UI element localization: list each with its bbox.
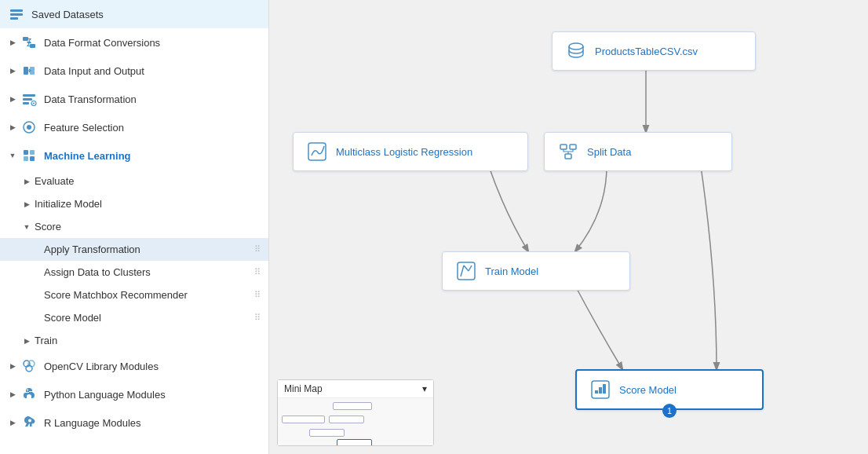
regression-icon xyxy=(306,141,328,163)
sidebar-item-label: R Language Modules xyxy=(44,417,141,429)
node-train-model[interactable]: Train Model xyxy=(442,251,630,291)
minimap-dropdown-icon[interactable]: ▾ xyxy=(422,383,427,394)
expand-arrow-icon: ▶ xyxy=(22,177,31,186)
sidebar-item-apply-transformation[interactable]: Apply Transformation ⠿ xyxy=(0,238,268,261)
svg-rect-14 xyxy=(30,150,35,155)
dataset-icon xyxy=(8,5,25,23)
sidebar-item-assign-data-clusters[interactable]: Assign Data to Clusters ⠿ xyxy=(0,261,268,284)
sidebar-item-label: Score Matchbox Recommender xyxy=(44,289,188,301)
expand-arrow-icon: ▶ xyxy=(8,94,17,104)
sidebar-item-evaluate[interactable]: ▶ Evaluate xyxy=(0,170,268,192)
node-label: Train Model xyxy=(485,265,538,277)
opencv-icon xyxy=(20,357,38,375)
sidebar-item-label: Evaluate xyxy=(35,175,75,187)
sidebar-item-data-format-conversions[interactable]: ▶ Data Format Conversions xyxy=(0,28,268,57)
node-label: Split Data xyxy=(587,146,631,158)
canvas-area[interactable]: ProductsTableCSV.csv Split Data Multicla… xyxy=(269,0,868,454)
node-score-model[interactable]: Score Model 1 xyxy=(575,369,764,410)
svg-point-12 xyxy=(27,125,31,130)
minimap-node-multiclass xyxy=(282,416,325,423)
expand-arrow-down-icon: ▼ xyxy=(8,151,17,160)
minimap-label: Mini Map xyxy=(284,383,323,394)
conversion-icon xyxy=(20,34,38,51)
sidebar-item-train[interactable]: ▶ Train xyxy=(0,329,268,352)
sidebar-item-label: Score xyxy=(35,221,61,232)
expand-arrow-icon: ▶ xyxy=(8,38,17,47)
node-label: ProductsTableCSV.csv xyxy=(595,46,698,57)
sidebar-item-label: Python Language Modules xyxy=(44,389,166,401)
sidebar-item-label: Train xyxy=(35,335,57,346)
db-icon xyxy=(565,40,587,62)
score-icon xyxy=(589,379,611,401)
score-badge: 1 xyxy=(662,404,677,418)
svg-point-29 xyxy=(569,43,583,49)
svg-rect-4 xyxy=(30,44,35,48)
sidebar: Saved Datasets ▶ Data Format Conversions… xyxy=(0,0,269,454)
drag-handle-icon: ⠿ xyxy=(254,267,261,277)
minimap-node-split xyxy=(329,416,364,423)
sidebar-item-label: Apply Transformation xyxy=(44,243,140,255)
node-multiclass-logistic[interactable]: Multiclass Logistic Regression xyxy=(293,132,528,171)
minimap-body xyxy=(278,398,433,445)
svg-rect-13 xyxy=(24,150,28,155)
minimap-node-products xyxy=(333,402,372,410)
svg-rect-30 xyxy=(560,145,567,149)
sidebar-item-label: Score Model xyxy=(44,312,101,324)
sidebar-item-label: OpenCV Library Modules xyxy=(44,361,159,372)
sidebar-item-score-matchbox[interactable]: Score Matchbox Recommender ⠿ xyxy=(0,284,268,306)
svg-rect-16 xyxy=(30,156,35,161)
minimap-container: Mini Map ▾ xyxy=(277,379,434,446)
sidebar-item-label: Data Transformation xyxy=(44,93,137,105)
svg-rect-34 xyxy=(458,262,475,280)
expand-arrow-icon: ▶ xyxy=(22,336,31,346)
sidebar-item-score-model[interactable]: Score Model ⠿ xyxy=(0,306,268,329)
sidebar-item-initialize-model[interactable]: ▶ Initialize Model xyxy=(0,192,268,215)
sidebar-item-label: Data Format Conversions xyxy=(44,37,160,49)
sidebar-item-label: Machine Learning xyxy=(44,150,131,162)
sidebar-item-feature-selection[interactable]: ▶ Feature Selection xyxy=(0,113,268,141)
drag-handle-icon: ⠿ xyxy=(254,244,261,254)
svg-point-20 xyxy=(27,390,28,391)
train-icon xyxy=(455,260,477,282)
svg-point-22 xyxy=(28,419,31,423)
expand-arrow-icon: ▶ xyxy=(8,66,17,75)
node-split-data[interactable]: Split Data xyxy=(544,132,732,171)
transform-icon xyxy=(20,90,38,108)
svg-rect-8 xyxy=(23,98,32,101)
feature-icon xyxy=(20,119,38,136)
sidebar-item-label: Feature Selection xyxy=(44,122,124,134)
sidebar-item-label: Data Input and Output xyxy=(44,65,144,77)
svg-rect-32 xyxy=(565,154,571,159)
r-lang-icon xyxy=(20,414,38,431)
python-icon xyxy=(20,386,38,403)
sidebar-item-data-input-output[interactable]: ▶ Data Input and Output xyxy=(0,57,268,85)
sidebar-item-saved-datasets[interactable]: Saved Datasets xyxy=(0,0,268,28)
node-products-table[interactable]: ProductsTableCSV.csv xyxy=(552,31,756,71)
svg-rect-5 xyxy=(24,67,28,75)
svg-rect-15 xyxy=(24,156,28,161)
svg-rect-3 xyxy=(23,37,28,41)
sidebar-item-data-transformation[interactable]: ▶ Data Transformation xyxy=(0,85,268,113)
expand-arrow-icon: ▶ xyxy=(22,200,31,209)
expand-arrow-icon: ▶ xyxy=(8,390,17,399)
sidebar-item-r-lang[interactable]: ▶ R Language Modules xyxy=(0,408,268,437)
svg-rect-0 xyxy=(10,9,23,12)
expand-arrow-down-icon: ▼ xyxy=(22,222,31,232)
minimap-node-train xyxy=(309,429,345,437)
svg-rect-1 xyxy=(10,13,23,16)
node-label: Multiclass Logistic Regression xyxy=(336,146,472,158)
svg-rect-2 xyxy=(10,17,18,20)
sidebar-item-python[interactable]: ▶ Python Language Modules xyxy=(0,380,268,408)
minimap-header[interactable]: Mini Map ▾ xyxy=(278,380,433,398)
ml-icon xyxy=(20,147,38,164)
sidebar-item-score[interactable]: ▼ Score xyxy=(0,215,268,238)
node-label: Score Model xyxy=(619,384,677,396)
sidebar-item-machine-learning[interactable]: ▼ Machine Learning xyxy=(0,141,268,170)
drag-handle-icon: ⠿ xyxy=(254,290,261,300)
input-output-icon xyxy=(20,62,38,79)
sidebar-item-label: Saved Datasets xyxy=(31,9,104,20)
sidebar-item-opencv[interactable]: ▶ OpenCV Library Modules xyxy=(0,352,268,380)
sidebar-item-label: Assign Data to Clusters xyxy=(44,266,151,278)
expand-arrow-icon: ▶ xyxy=(8,418,17,427)
svg-rect-9 xyxy=(23,102,29,104)
